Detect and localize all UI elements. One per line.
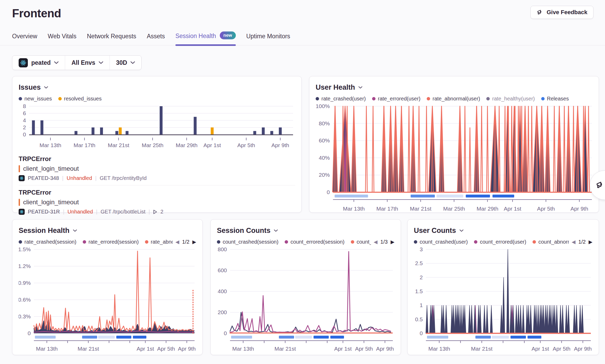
svg-text:600: 600 xyxy=(218,267,227,273)
date-range-filter[interactable]: 30D xyxy=(110,56,141,70)
legend-item[interactable]: Releases xyxy=(541,96,569,102)
svg-text:Mar 17th: Mar 17th xyxy=(376,206,398,212)
svg-text:1: 1 xyxy=(420,302,423,308)
user-counts-chart[interactable]: 00.511.522.53Mar 13thMar 21stApr 1stApr … xyxy=(414,247,593,352)
legend-dot xyxy=(217,240,220,244)
issue-message-row: client_login_timeout xyxy=(19,165,295,172)
session-health-panel: Session Health rate_crashed(session)rate… xyxy=(12,219,203,355)
legend-item[interactable]: count_abnorm xyxy=(533,239,569,245)
legend-item[interactable]: rate_abnormal(user) xyxy=(427,96,480,102)
legend-item[interactable]: rate_healthy(user) xyxy=(486,96,535,102)
svg-text:80%: 80% xyxy=(319,120,330,126)
legend-row: new_issuesresolved_issues xyxy=(19,96,295,101)
svg-text:Mar 13th: Mar 13th xyxy=(428,346,450,352)
legend-dot xyxy=(474,240,477,244)
svg-text:40%: 40% xyxy=(319,155,330,161)
unhandled-tag: Unhandled xyxy=(67,209,93,215)
svg-text:Mar 25th: Mar 25th xyxy=(142,142,164,148)
svg-text:200: 200 xyxy=(218,309,227,315)
megaphone-icon xyxy=(536,9,543,16)
svg-text:Apr 9th: Apr 9th xyxy=(178,346,196,352)
meta-separator: | xyxy=(96,209,97,215)
legend-dot xyxy=(427,97,430,100)
legend-item[interactable]: rate_crashed(user) xyxy=(316,96,366,102)
filter-bar: peated All Envs 30D xyxy=(12,55,142,70)
tab-assets[interactable]: Assets xyxy=(147,33,165,45)
legend-label: rate_healthy(user) xyxy=(492,96,535,102)
issue-row[interactable]: TRPCError client_login_timeout PEATED-34… xyxy=(19,152,295,185)
meta-separator: | xyxy=(95,175,97,181)
svg-text:Mar 13th: Mar 13th xyxy=(343,206,365,212)
issue-type: TRPCError xyxy=(19,155,295,163)
legend-dot xyxy=(58,97,62,100)
issues-list: TRPCError client_login_timeout PEATED-34… xyxy=(19,152,295,219)
user-counts-panel-title[interactable]: User Counts xyxy=(414,226,592,235)
project-filter[interactable]: peated xyxy=(12,56,65,70)
page-title: Frontend xyxy=(12,7,593,20)
session-counts-chart[interactable]: 0200400600800Mar 13thMar 21stApr 1stApr … xyxy=(217,247,395,352)
prev-page-arrow[interactable]: ◀ xyxy=(175,239,179,244)
legend-item[interactable]: count_crashed(user) xyxy=(414,239,468,245)
svg-text:0: 0 xyxy=(420,330,423,336)
legend-item[interactable]: new_issues xyxy=(19,96,52,102)
prev-page-arrow[interactable]: ◀ xyxy=(572,239,576,244)
svg-text:2: 2 xyxy=(420,274,423,280)
legend-item[interactable]: rate_abnorr xyxy=(145,239,173,245)
chevron-down-icon xyxy=(73,229,77,232)
session-health-chart[interactable]: 00.3%0.6%0.9%1.2%1.5%Mar 13thMar 21stApr… xyxy=(19,247,197,352)
svg-text:6: 6 xyxy=(23,110,26,116)
legend-label: new_issues xyxy=(24,96,52,102)
legend-label: resolved_issues xyxy=(64,96,102,102)
user-health-panel: User Health rate_crashed(user)rate_error… xyxy=(309,76,599,213)
issue-row[interactable]: TRPCError client_login_timeout PEATED-31… xyxy=(19,185,295,219)
prev-page-arrow[interactable]: ◀ xyxy=(374,239,378,244)
legend-label: count_errored(session) xyxy=(290,239,345,245)
issue-level-bar xyxy=(19,165,20,172)
svg-text:Mar 13th: Mar 13th xyxy=(232,346,254,352)
give-feedback-label: Give Feedback xyxy=(547,9,587,16)
react-icon xyxy=(19,58,28,67)
svg-text:Mar 17th: Mar 17th xyxy=(74,142,95,148)
issues-panel-title[interactable]: Issues xyxy=(19,83,295,92)
user-health-chart[interactable]: 020%40%60%80%100%Mar 13thMar 17thMar 21s… xyxy=(316,104,593,212)
legend-item[interactable]: rate_errored(session) xyxy=(83,239,139,245)
legend-item[interactable]: rate_crashed(session) xyxy=(19,239,76,245)
next-page-arrow[interactable]: ▶ xyxy=(390,239,394,244)
legend-item[interactable]: count_crashed(session) xyxy=(217,239,278,245)
legend-label: rate_errored(user) xyxy=(378,96,420,102)
tab-web-vitals[interactable]: Web Vitals xyxy=(48,33,76,45)
page-indicator: 1/3 xyxy=(380,239,388,245)
panel-title-label: User Counts xyxy=(414,227,456,235)
tab-overview[interactable]: Overview xyxy=(12,33,37,45)
tab-session-health[interactable]: Session Healthnew xyxy=(175,32,236,45)
legend-item[interactable]: count_errored(session) xyxy=(285,239,345,245)
legend-dot xyxy=(316,97,319,100)
issues-chart[interactable]: 02468Mar 13thMar 17thMar 21stMar 25thMar… xyxy=(19,104,296,149)
svg-text:Apr 1st: Apr 1st xyxy=(334,346,352,352)
panel-title-label: Session Counts xyxy=(217,227,270,235)
tab-network-requests[interactable]: Network Requests xyxy=(87,33,136,45)
legend-item[interactable]: rate_errored(user) xyxy=(372,96,420,102)
svg-text:2.5: 2.5 xyxy=(415,260,423,266)
svg-text:Mar 21st: Mar 21st xyxy=(108,142,129,148)
legend-item[interactable]: count_errored(user) xyxy=(474,239,526,245)
legend-item[interactable]: count_a xyxy=(351,239,371,245)
user-health-panel-title[interactable]: User Health xyxy=(316,83,592,92)
session-counts-panel-title[interactable]: Session Counts xyxy=(217,226,394,235)
user-counts-panel: User Counts count_crashed(user)count_err… xyxy=(407,219,599,355)
environment-filter-label: All Envs xyxy=(71,59,95,66)
next-page-arrow[interactable]: ▶ xyxy=(192,239,196,244)
svg-text:1.5%: 1.5% xyxy=(19,247,31,252)
svg-text:400: 400 xyxy=(218,288,227,294)
svg-text:100%: 100% xyxy=(316,104,330,109)
replay-count: 2 xyxy=(160,209,163,215)
chevron-down-icon xyxy=(44,86,48,89)
legend-item[interactable]: resolved_issues xyxy=(58,96,102,102)
tab-uptime-monitors[interactable]: Uptime Monitors xyxy=(246,33,290,45)
next-page-arrow[interactable]: ▶ xyxy=(588,239,592,244)
environment-filter[interactable]: All Envs xyxy=(65,56,109,70)
legend-dot xyxy=(414,240,417,244)
legend-label: Releases xyxy=(547,96,569,102)
session-health-panel-title[interactable]: Session Health xyxy=(19,226,196,235)
give-feedback-button[interactable]: Give Feedback xyxy=(530,6,593,19)
